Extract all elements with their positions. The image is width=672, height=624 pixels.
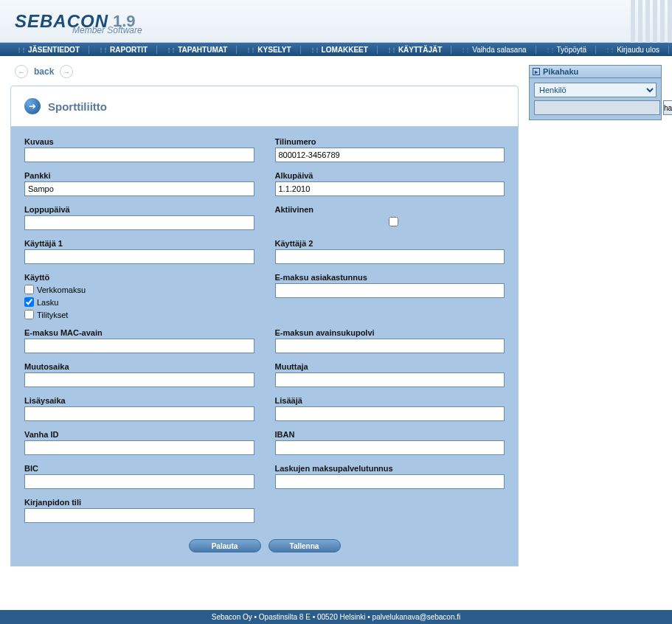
checkbox-verkkomaksu[interactable] (24, 285, 34, 294)
forward-arrow-icon[interactable]: → (60, 65, 73, 78)
chk-label-tilitykset: Tilitykset (37, 311, 68, 319)
label-kirjanpidon-tili: Kirjanpidon tili (24, 498, 254, 507)
nav-kayttajat[interactable]: KÄYTTÄJÄT (378, 46, 451, 54)
input-vanha-id[interactable] (24, 440, 254, 455)
label-kayttaja2: Käyttäjä 2 (275, 239, 505, 248)
palauta-button[interactable]: Palauta (189, 539, 261, 552)
input-laskujen-mpt[interactable] (275, 474, 505, 489)
quicksearch-panel: ▸ Pikahaku Henkilö hae (529, 65, 662, 120)
field-loppupaiva: Loppupäivä (24, 205, 254, 230)
nav-desktop[interactable]: Työpöytä (536, 46, 597, 54)
input-kayttaja2[interactable] (275, 249, 505, 264)
quicksearch-title: Pikahaku (543, 67, 578, 76)
nav-kyselyt[interactable]: KYSELYT (237, 46, 300, 54)
nav-tapahtumat[interactable]: TAPAHTUMAT (157, 46, 237, 54)
input-kuvaus[interactable] (24, 148, 254, 162)
nav-logout[interactable]: Kirjaudu ulos (596, 46, 669, 54)
main-navbar: JÄSENTIEDOT RAPORTIT TAPAHTUMAT KYSELYT … (0, 43, 672, 56)
field-kaytto: Käyttö Verkkomaksu Lasku Tilitykset (24, 273, 254, 319)
label-emaksu-sukupolvi: E-maksun avainsukupolvi (275, 328, 505, 337)
input-pankki[interactable] (24, 181, 254, 196)
quicksearch-button[interactable]: hae (663, 100, 672, 115)
footer: Sebacon Oy • Opastinsilta 8 E • 00520 He… (0, 610, 672, 624)
back-arrow-icon[interactable]: ← (15, 65, 28, 78)
field-lisaaja: Lisääjä (275, 396, 505, 421)
field-laskujen-mpt: Laskujen maksupalvelutunnus (275, 464, 505, 489)
label-muutosaika: Muutosaika (24, 362, 254, 371)
nav-lomakkeet[interactable]: LOMAKKEET (301, 46, 378, 54)
title-arrow-icon: ➜ (24, 98, 41, 114)
checkbox-lasku[interactable] (24, 297, 34, 307)
quicksearch-select[interactable]: Henkilö (534, 83, 657, 97)
input-muutosaika[interactable] (24, 372, 254, 387)
label-bic: BIC (24, 464, 254, 473)
nav-jasentiedot[interactable]: JÄSENTIEDOT (7, 46, 89, 54)
page-title: Sporttiliitto (48, 100, 107, 113)
label-muuttaja: Muuttaja (275, 362, 505, 371)
field-alkupaiva: Alkupäivä (275, 171, 505, 196)
label-vanha-id: Vanha ID (24, 430, 254, 439)
field-muutosaika: Muutosaika (24, 362, 254, 387)
field-aktiivinen: Aktiivinen (275, 205, 505, 230)
quicksearch-input[interactable] (534, 100, 660, 115)
field-emaksu-sukupolvi: E-maksun avainsukupolvi (275, 328, 505, 353)
label-lisaaja: Lisääjä (275, 396, 505, 405)
input-kayttaja1[interactable] (24, 249, 254, 264)
label-loppupaiva: Loppupäivä (24, 205, 254, 214)
back-navigation: ← back → (10, 65, 519, 78)
field-emaksu-mac: E-maksu MAC-avain (24, 328, 254, 353)
input-emaksu-mac[interactable] (24, 339, 254, 353)
field-vanha-id: Vanha ID (24, 430, 254, 455)
field-kuvaus: Kuvaus (24, 137, 254, 162)
label-kaytto: Käyttö (24, 273, 254, 282)
input-iban[interactable] (275, 440, 505, 455)
title-panel: ➜ Sporttiliitto (10, 86, 519, 127)
field-kayttaja2: Käyttäjä 2 (275, 239, 505, 264)
chk-label-lasku: Lasku (37, 298, 58, 307)
input-kirjanpidon-tili[interactable] (24, 508, 254, 523)
field-kirjanpidon-tili: Kirjanpidon tili (24, 498, 254, 523)
app-header: SEBACON 1.9 Member Software (0, 0, 672, 43)
checkbox-aktiivinen[interactable] (283, 217, 505, 226)
field-muuttaja: Muuttaja (275, 362, 505, 387)
field-kayttaja1: Käyttäjä 1 (24, 239, 254, 264)
label-lisaysaika: Lisäysaika (24, 396, 254, 405)
label-alkupaiva: Alkupäivä (275, 171, 505, 180)
label-tilinumero: Tilinumero (275, 137, 505, 146)
label-emaksu-mac: E-maksu MAC-avain (24, 328, 254, 337)
input-emaksu-asiakastunnus[interactable] (275, 283, 505, 298)
input-lisaaja[interactable] (275, 406, 505, 421)
field-lisaysaika: Lisäysaika (24, 396, 254, 421)
nav-change-password[interactable]: Vaihda salasana (451, 46, 536, 54)
field-pankki: Pankki (24, 171, 254, 196)
checkbox-tilitykset[interactable] (24, 310, 34, 319)
input-bic[interactable] (24, 474, 254, 489)
nav-raportit[interactable]: RAPORTIT (89, 46, 157, 54)
header-decoration (631, 0, 672, 43)
input-alkupaiva[interactable] (275, 181, 505, 196)
input-lisaysaika[interactable] (24, 406, 254, 421)
input-tilinumero[interactable] (275, 148, 505, 162)
tallenna-button[interactable]: Tallenna (269, 539, 341, 552)
input-muuttaja[interactable] (275, 372, 505, 387)
label-pankki: Pankki (24, 171, 254, 180)
field-tilinumero: Tilinumero (275, 137, 505, 162)
logo-subtitle: Member Software (72, 25, 142, 35)
input-loppupaiva[interactable] (24, 215, 254, 230)
back-link[interactable]: back (34, 66, 54, 77)
label-iban: IBAN (275, 430, 505, 439)
label-emaksu-asiakastunnus: E-maksu asiakastunnus (275, 273, 505, 282)
field-iban: IBAN (275, 430, 505, 455)
field-emaksu-asiakastunnus: E-maksu asiakastunnus (275, 273, 505, 319)
input-emaksu-sukupolvi[interactable] (275, 339, 505, 353)
label-aktiivinen: Aktiivinen (275, 205, 505, 214)
label-kayttaja1: Käyttäjä 1 (24, 239, 254, 248)
label-kuvaus: Kuvaus (24, 137, 254, 146)
label-laskujen-mpt: Laskujen maksupalvelutunnus (275, 464, 505, 473)
quicksearch-toggle-icon[interactable]: ▸ (533, 68, 540, 75)
chk-label-verkkomaksu: Verkkomaksu (37, 285, 86, 294)
field-bic: BIC (24, 464, 254, 489)
form-panel: Kuvaus Tilinumero Pankki Alkupäivä (10, 127, 519, 566)
